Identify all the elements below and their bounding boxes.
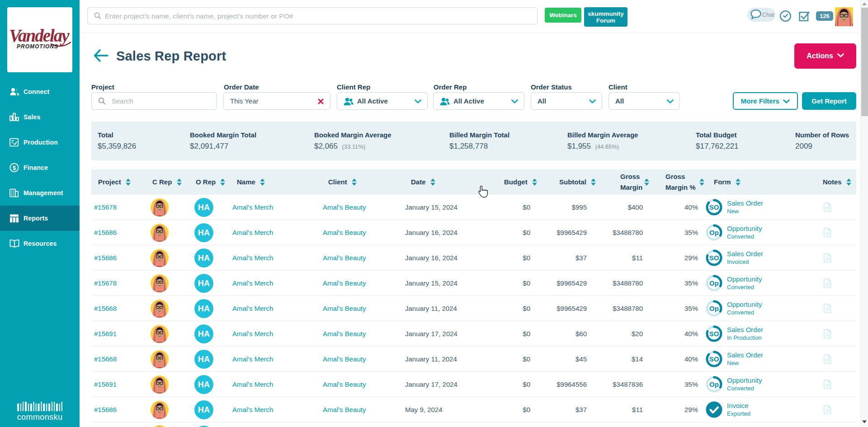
svg-text:SO: SO — [709, 203, 719, 211]
svg-text:Op: Op — [709, 279, 719, 287]
svg-text:Op: Op — [709, 380, 719, 388]
svg-text:commonsku: commonsku — [17, 413, 63, 422]
svg-text:SO: SO — [709, 330, 719, 338]
svg-text:Op: Op — [709, 229, 719, 236]
svg-text:Vandelay: Vandelay — [9, 26, 70, 46]
svg-text:SO: SO — [709, 355, 719, 363]
svg-text:PROMOTIONS: PROMOTIONS — [17, 43, 58, 50]
svg-text:SO: SO — [709, 254, 719, 262]
svg-text:$: $ — [13, 164, 16, 171]
svg-text:Op: Op — [709, 305, 719, 312]
